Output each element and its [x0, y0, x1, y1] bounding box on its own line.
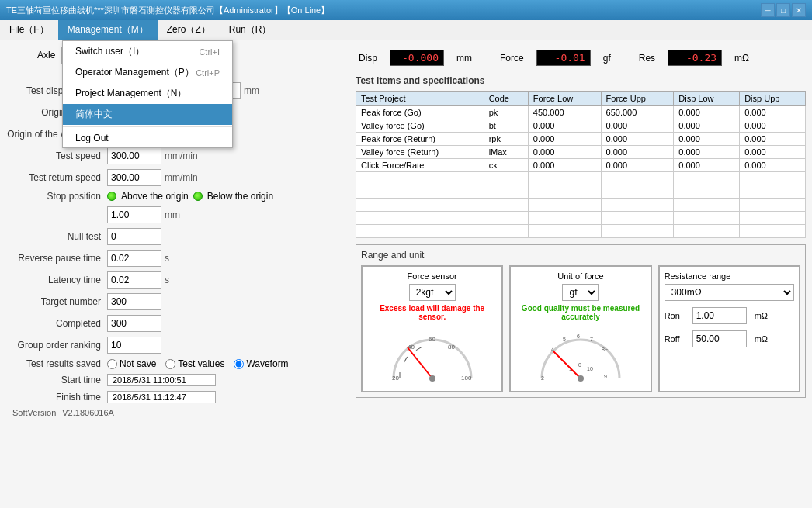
unit-of-force-select[interactable]: gf N kgf: [562, 284, 599, 301]
null-test-input[interactable]: [107, 228, 161, 245]
menu-file[interactable]: File（F）: [0, 20, 58, 40]
completed-input[interactable]: [107, 315, 161, 332]
ron-input[interactable]: [692, 307, 747, 324]
completed-label: Completed: [6, 318, 107, 329]
svg-text:−2: −2: [538, 375, 544, 381]
test-items-section: Test items and specifications Test Proje…: [356, 75, 806, 238]
unit-of-force-title: Unit of force: [557, 271, 603, 281]
cell-force-upp: 0.000: [601, 159, 674, 172]
soft-version-row: SoftVersion V2.1806016A: [6, 408, 342, 417]
latency-time-input[interactable]: [107, 271, 161, 289]
not-save-label: Not save: [120, 358, 156, 369]
operator-mgmt-shortcut: Ctrl+P: [196, 68, 220, 78]
test-values-radio[interactable]: [165, 359, 175, 369]
latency-time-unit: s: [165, 275, 169, 285]
test-items-table: Test Project Code Force Low Force Upp Di…: [356, 91, 806, 238]
cell-project: Valley force (Go): [356, 119, 484, 133]
not-save-radio[interactable]: [107, 359, 117, 369]
not-save-radio-label[interactable]: Not save: [107, 358, 156, 369]
reverse-pause-input[interactable]: [107, 250, 161, 267]
force-sensor-title: Force sensor: [408, 271, 457, 281]
dropdown-switch-user[interactable]: Switch user（I） Ctrl+I: [63, 41, 232, 62]
waveform-label: Waveform: [246, 358, 288, 369]
col-disp-upp: Disp Upp: [740, 92, 806, 106]
test-return-speed-unit: mm/min: [165, 172, 198, 183]
test-return-speed-row: Test return speed mm/min: [6, 169, 342, 186]
dropdown-logout[interactable]: Log Out: [63, 129, 232, 147]
test-values-radio-label[interactable]: Test values: [165, 358, 224, 369]
table-row-empty: [356, 225, 806, 238]
cell-code: bt: [484, 119, 528, 133]
minimize-button[interactable]: ─: [761, 3, 775, 17]
cell-force-low: 0.000: [528, 159, 601, 172]
dropdown-simplified-chinese[interactable]: 简体中文: [63, 104, 232, 125]
dropdown-divider: [63, 126, 232, 127]
col-force-low: Force Low: [528, 92, 601, 106]
reverse-pause-row: Reverse pause time s: [6, 250, 342, 267]
svg-text:5: 5: [563, 337, 566, 342]
svg-text:20: 20: [392, 375, 399, 382]
force-sensor-select[interactable]: 2kgf 5kgf 10kgf: [409, 284, 456, 301]
start-time-label: Start time: [6, 375, 107, 385]
roff-input[interactable]: [692, 330, 747, 347]
test-results-radio-group: Not save Test values Waveform: [107, 358, 289, 369]
stop-position-input[interactable]: [107, 206, 161, 223]
test-results-saved-label: Test results saved: [6, 358, 107, 369]
svg-text:100: 100: [461, 375, 472, 382]
col-disp-low: Disp Low: [674, 92, 740, 106]
maximize-button[interactable]: □: [776, 3, 790, 17]
target-number-label: Target number: [6, 296, 107, 307]
svg-text:6: 6: [577, 333, 580, 339]
dropdown-operator-mgmt[interactable]: Operator Management（P） Ctrl+P: [63, 62, 232, 83]
svg-line-9: [416, 347, 422, 351]
unit-of-force-gauge: −2 4 5 6 7 8~ 1 0 10 9: [534, 324, 627, 386]
test-return-speed-label: Test return speed: [6, 172, 107, 183]
cell-disp-low: 0.000: [674, 146, 740, 159]
start-time-row: Start time 2018/5/31 11:00:51: [6, 374, 342, 386]
test-return-speed-input[interactable]: [107, 169, 161, 186]
ron-row: Ron mΩ: [665, 307, 794, 324]
resistance-range-select[interactable]: 300mΩ 30mΩ 3000mΩ: [665, 284, 794, 301]
range-section-title: Range and unit: [361, 250, 800, 261]
force-unit: gf: [603, 53, 611, 64]
latency-time-label: Latency time: [6, 275, 107, 285]
group-order-input[interactable]: [107, 337, 161, 354]
force-sensor-gauge: 20 40 60 80 100: [386, 324, 479, 386]
switch-user-label: Switch user（I）: [75, 45, 144, 58]
reverse-pause-label: Reverse pause time: [6, 253, 107, 264]
col-force-upp: Force Upp: [601, 92, 674, 106]
test-speed-unit: mm/min: [165, 150, 198, 161]
unit-of-force-box: Unit of force gf N kgf Good quality must…: [509, 265, 651, 392]
roff-unit: mΩ: [755, 334, 768, 344]
target-number-input[interactable]: [107, 293, 161, 310]
management-dropdown: Switch user（I） Ctrl+I Operator Managemen…: [62, 40, 233, 148]
test-speed-input[interactable]: [107, 147, 161, 164]
test-items-title: Test items and specifications: [356, 75, 806, 86]
above-origin-led: [107, 192, 116, 201]
svg-line-22: [553, 351, 581, 378]
disp-label: Disp: [359, 53, 377, 64]
cell-disp-low: 0.000: [674, 106, 740, 119]
waveform-radio[interactable]: [234, 359, 244, 369]
cell-force-low: 450.000: [528, 106, 601, 119]
menu-zero[interactable]: Zero（Z）: [158, 20, 220, 40]
below-origin-led: [193, 192, 203, 201]
stop-position-row: Stop position Above the origin Below the…: [6, 191, 342, 202]
cell-project: Valley force (Return): [356, 146, 484, 159]
null-test-row: Null test: [6, 228, 342, 245]
cell-code: iMax: [484, 146, 528, 159]
cell-project: Peak force (Go): [356, 106, 484, 119]
test-results-saved-row: Test results saved Not save Test values …: [6, 358, 342, 369]
table-row-empty: [356, 199, 806, 212]
res-unit: mΩ: [734, 53, 749, 64]
svg-text:10: 10: [587, 366, 593, 371]
close-button[interactable]: ✕: [792, 3, 806, 17]
menu-management[interactable]: Management（M）: [58, 20, 158, 40]
logout-label: Log Out: [75, 133, 109, 143]
waveform-radio-label[interactable]: Waveform: [234, 358, 288, 369]
cell-code: ck: [484, 159, 528, 172]
force-value: -0.01: [536, 50, 591, 66]
dropdown-project-mgmt[interactable]: Project Management（N）: [63, 83, 232, 104]
menu-run[interactable]: Run（R）: [220, 20, 281, 40]
table-row-empty: [356, 212, 806, 225]
